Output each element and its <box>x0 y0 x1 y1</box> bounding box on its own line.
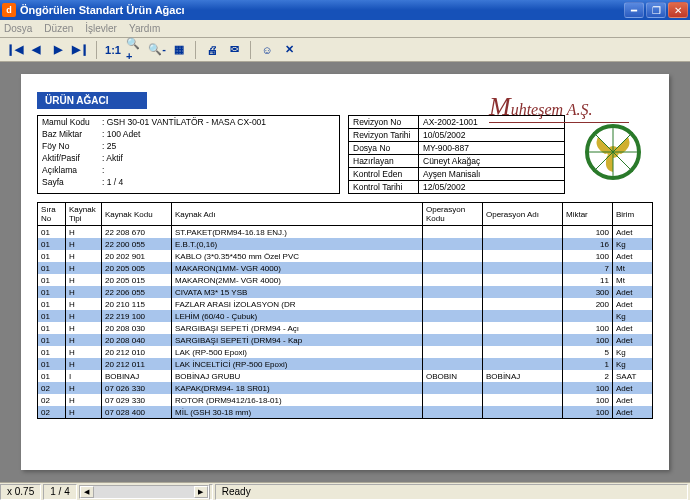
scroll-track[interactable] <box>94 486 194 498</box>
zoom-in-button[interactable]: 🔍+ <box>125 40 145 60</box>
cell <box>483 298 563 310</box>
scroll-left-icon[interactable]: ◀ <box>80 486 94 498</box>
product-image <box>573 115 653 189</box>
cell: 02 <box>38 382 66 394</box>
kontrol-value: Ayşen Manisalı <box>419 168 564 181</box>
cell: Kg <box>613 346 653 358</box>
baz-miktar-label: Baz Miktar <box>38 128 98 140</box>
cell: Adet <box>613 406 653 419</box>
first-page-button[interactable]: ❙◀ <box>4 40 24 60</box>
maximize-button[interactable]: ❐ <box>646 2 666 18</box>
cell: 2 <box>563 370 613 382</box>
cell: 01 <box>38 370 66 382</box>
hazir-value: Cüneyt Akağaç <box>419 155 564 168</box>
cell: 20 212 011 <box>102 358 172 370</box>
cell: KAPAK(DRM94- 18 SR01) <box>172 382 423 394</box>
print-button[interactable]: 🖨 <box>202 40 222 60</box>
cell: I <box>66 370 102 382</box>
close-button[interactable]: ✕ <box>668 2 688 18</box>
revtar-label: Revizyon Tarihi <box>349 129 419 142</box>
cell <box>483 238 563 250</box>
document-area[interactable]: Muhteşem A.Ş. ÜRÜN AĞACI Mamul Kodu: GSH… <box>0 62 690 482</box>
col-adi: Kaynak Adı <box>172 203 423 226</box>
dosya-value: MY-900-887 <box>419 142 564 155</box>
cell: Adet <box>613 298 653 310</box>
foy-no-value: : 25 <box>98 140 339 152</box>
zoom-level: x 0.75 <box>0 484 41 500</box>
cell: 22 219 100 <box>102 310 172 322</box>
cell: 100 <box>563 226 613 239</box>
cell <box>483 334 563 346</box>
cell: 20 208 040 <box>102 334 172 346</box>
ktarih-label: Kontrol Tarihi <box>349 181 419 193</box>
cell: 01 <box>38 334 66 346</box>
cell: 22 206 055 <box>102 286 172 298</box>
kontrol-label: Kontrol Eden <box>349 168 419 181</box>
menu-duzen[interactable]: Düzen <box>44 23 73 34</box>
cell: 11 <box>563 274 613 286</box>
cell <box>423 250 483 262</box>
aciklama-label: Açıklama <box>38 164 98 176</box>
cell <box>423 406 483 419</box>
cell: H <box>66 298 102 310</box>
cell <box>423 382 483 394</box>
cell <box>423 346 483 358</box>
table-row: 01H20 212 011LAK İNCELTİCİ (RP-500 Epoxi… <box>38 358 653 370</box>
next-page-button[interactable]: ▶ <box>48 40 68 60</box>
zoom-out-button[interactable]: 🔍- <box>147 40 167 60</box>
cell: Kg <box>613 310 653 322</box>
cell: 02 <box>38 406 66 419</box>
exit-button[interactable]: ✕ <box>279 40 299 60</box>
menu-dosya[interactable]: Dosya <box>4 23 32 34</box>
scroll-right-icon[interactable]: ▶ <box>194 486 208 498</box>
last-page-button[interactable]: ▶❙ <box>70 40 90 60</box>
cell: SARGIBAŞI SEPETİ (DRM94 - Açı <box>172 322 423 334</box>
cell: H <box>66 226 102 239</box>
cell: CIVATA M3* 15 YSB <box>172 286 423 298</box>
cell <box>483 262 563 274</box>
cell: 01 <box>38 262 66 274</box>
col-tipi: Kaynak Tipi <box>66 203 102 226</box>
table-row: 01IBOBINAJBOBİNAJ GRUBUOBOBINBOBİNAJ2SAA… <box>38 370 653 382</box>
cell: 20 208 030 <box>102 322 172 334</box>
sayfa-label: Sayfa <box>38 176 98 188</box>
cell: 07 026 330 <box>102 382 172 394</box>
page-scroller[interactable]: ◀ ▶ <box>79 485 209 499</box>
minimize-button[interactable]: ━ <box>624 2 644 18</box>
revtar-value: 10/05/2002 <box>419 129 564 142</box>
cell <box>423 358 483 370</box>
cell: 5 <box>563 346 613 358</box>
cell: Adet <box>613 394 653 406</box>
about-button[interactable]: ☺ <box>257 40 277 60</box>
cell: H <box>66 358 102 370</box>
mail-button[interactable]: ✉ <box>224 40 244 60</box>
prev-page-button[interactable]: ◀ <box>26 40 46 60</box>
table-row: 01H20 208 030SARGIBAŞI SEPETİ (DRM94 - A… <box>38 322 653 334</box>
col-kodu: Kaynak Kodu <box>102 203 172 226</box>
cell: H <box>66 250 102 262</box>
cell: 100 <box>563 250 613 262</box>
cell: 01 <box>38 358 66 370</box>
cell: 20 202 901 <box>102 250 172 262</box>
menu-yardim[interactable]: Yardım <box>129 23 161 34</box>
cell <box>483 358 563 370</box>
company-logo: Muhteşem A.Ş. <box>489 92 629 123</box>
cell: 20 205 005 <box>102 262 172 274</box>
cell: 100 <box>563 406 613 419</box>
baz-miktar-value: : 100 Adet <box>98 128 339 140</box>
cell: 07 029 330 <box>102 394 172 406</box>
zoom-fit-button[interactable]: 1:1 <box>103 40 123 60</box>
toggle-grid-button[interactable]: ▦ <box>169 40 189 60</box>
aktif-label: Aktif/Pasif <box>38 152 98 164</box>
app-icon: d <box>2 3 16 17</box>
menu-islevler[interactable]: İşlevler <box>85 23 117 34</box>
cell: LAK (RP-500 Epoxi) <box>172 346 423 358</box>
cell <box>483 394 563 406</box>
status-text: Ready <box>215 484 688 500</box>
cell: H <box>66 274 102 286</box>
cell: Adet <box>613 226 653 239</box>
cell <box>483 382 563 394</box>
cell: H <box>66 334 102 346</box>
cell: Adet <box>613 334 653 346</box>
cell: 100 <box>563 322 613 334</box>
